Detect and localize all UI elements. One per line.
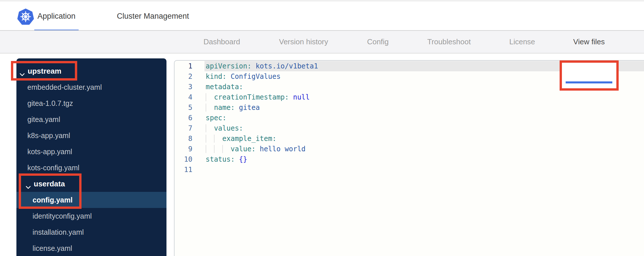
line-number: 9 — [175, 144, 192, 154]
tree-file-gitea-tgz[interactable]: gitea-1.0.7.tgz — [16, 95, 166, 111]
tab-cluster-management[interactable]: Cluster Management — [114, 1, 192, 31]
code-text: apiVersion: kots.io/v1beta1 — [204, 61, 644, 71]
line-number: 11 — [175, 165, 192, 175]
app-nav-bar: Dashboard Version history Config Trouble… — [0, 31, 644, 54]
code-text: name: gitea — [204, 102, 644, 113]
tree-file-kots-app-yaml[interactable]: kots-app.yaml — [16, 144, 166, 160]
code-line-2: 2kind: ConfigValues — [175, 71, 644, 82]
nav-item-troubleshoot[interactable]: Troubleshoot — [427, 31, 471, 53]
code-lines: 1apiVersion: kots.io/v1beta12kind: Confi… — [175, 61, 644, 175]
line-number: 5 — [175, 102, 192, 113]
tree-file-gitea-yaml[interactable]: gitea.yaml — [16, 111, 166, 127]
yaml-file-editor[interactable]: 1apiVersion: kots.io/v1beta12kind: Confi… — [174, 60, 644, 256]
tree-file-identityconfig-yaml[interactable]: identityconfig.yaml — [16, 208, 166, 224]
tree-file-embedded-cluster-yaml[interactable]: embedded-cluster.yaml — [16, 79, 166, 95]
line-number: 10 — [175, 154, 192, 165]
tree-file-installation-yaml[interactable]: installation.yaml — [16, 224, 166, 240]
code-line-6: 6spec: — [175, 113, 644, 123]
kubernetes-logo-icon — [17, 8, 35, 25]
nav-item-view-files[interactable]: View files — [573, 31, 605, 53]
tree-folder-upstream[interactable]: upstream — [16, 63, 166, 79]
code-text: values: — [204, 123, 644, 133]
code-text: value: hello world — [204, 144, 644, 154]
app-header: Application Cluster Management — [0, 1, 644, 30]
code-text: spec: — [204, 113, 644, 123]
line-number: 3 — [175, 82, 192, 92]
tree-file-k8s-app-yaml[interactable]: k8s-app.yaml — [16, 127, 166, 144]
code-line-7: 7 values: — [175, 123, 644, 133]
code-line-8: 8 example_item: — [175, 133, 644, 144]
code-text — [204, 165, 644, 175]
tree-file-license-yaml[interactable]: license.yaml — [16, 240, 166, 256]
code-line-11: 11 — [175, 165, 644, 175]
line-number: 2 — [175, 71, 192, 82]
code-text: status: {} — [204, 154, 644, 165]
nav-item-config[interactable]: Config — [367, 31, 389, 53]
line-number: 6 — [175, 113, 192, 123]
code-text: example_item: — [204, 133, 644, 144]
tree-folder-label: upstream — [28, 67, 61, 76]
code-line-10: 10status: {} — [175, 154, 644, 165]
tree-file-config-yaml-selected[interactable]: config.yaml — [16, 192, 166, 208]
nav-item-license[interactable]: License — [509, 31, 535, 53]
line-number: 4 — [175, 92, 192, 102]
tree-folder-userdata[interactable]: userdata — [16, 176, 166, 192]
nav-item-version-history[interactable]: Version history — [279, 31, 328, 53]
tree-folder-label: userdata — [34, 179, 65, 188]
code-line-1: 1apiVersion: kots.io/v1beta1 — [175, 61, 644, 71]
code-text: creationTimestamp: null — [204, 92, 644, 102]
code-line-9: 9 value: hello world — [175, 144, 644, 154]
code-line-5: 5 name: gitea — [175, 102, 644, 113]
kots-admin-console: Application Cluster Management Dashboard… — [0, 0, 644, 256]
tab-application[interactable]: Application — [34, 1, 79, 31]
chevron-down-icon — [26, 182, 31, 186]
line-number: 7 — [175, 123, 192, 133]
code-text: kind: ConfigValues — [204, 71, 644, 82]
chevron-down-icon — [20, 69, 25, 73]
code-line-4: 4 creationTimestamp: null — [175, 92, 644, 102]
file-tree-sidebar: upstream embedded-cluster.yaml gitea-1.0… — [16, 58, 166, 256]
line-number: 1 — [175, 61, 192, 71]
line-number: 8 — [175, 133, 192, 144]
tree-file-kots-config-yaml[interactable]: kots-config.yaml — [16, 160, 166, 176]
active-nav-underline — [566, 81, 612, 83]
nav-item-dashboard[interactable]: Dashboard — [203, 31, 240, 53]
